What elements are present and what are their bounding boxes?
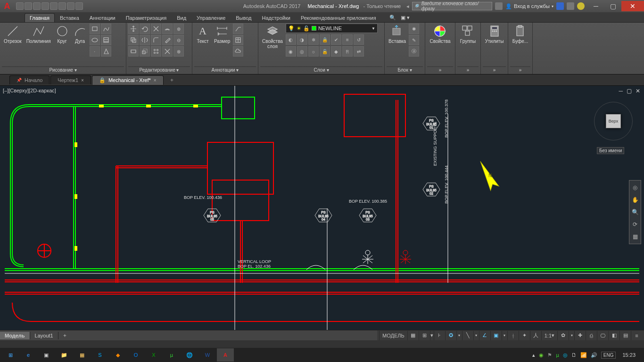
layer-make-icon[interactable]: ✔ (331, 34, 341, 45)
layer-iso-icon[interactable]: ◑ (297, 34, 307, 45)
panel-modify-title[interactable]: Редактирование ▾ (128, 66, 190, 74)
qat-plot-icon[interactable] (50, 2, 58, 10)
layout-model[interactable]: Модель (0, 332, 30, 339)
array-icon[interactable] (151, 46, 161, 57)
nav-showmotion-icon[interactable]: ▦ (630, 231, 640, 242)
rotate-icon[interactable] (140, 24, 150, 34)
block-attr-icon[interactable]: ⓐ (409, 46, 419, 57)
status-space[interactable]: МОДЕЛЬ (379, 331, 407, 340)
task-outlook-icon[interactable]: O (127, 348, 144, 362)
rectangle-icon[interactable] (90, 24, 100, 34)
tray-app4-icon[interactable]: ◎ (563, 352, 568, 358)
stay-connected-icon[interactable] (567, 2, 574, 10)
status-polar-drop[interactable]: ▾ (456, 331, 462, 340)
viewcube[interactable]: Верх Без имени (592, 100, 635, 161)
qat-undo-icon[interactable] (58, 2, 66, 10)
explode-icon[interactable] (162, 46, 173, 57)
doctab-1[interactable]: Чертеж1× (50, 75, 91, 84)
layer-on-icon[interactable]: ◉ (286, 46, 296, 57)
tab-insert[interactable]: Вставка (55, 13, 84, 22)
block-create-icon[interactable]: ✱ (409, 24, 419, 34)
copy-icon[interactable] (128, 35, 139, 45)
point-icon[interactable]: · (90, 46, 100, 57)
tray-app3-icon[interactable]: µ (556, 352, 559, 358)
layer-prev-icon[interactable]: ↺ (354, 34, 364, 45)
tab-search-icon[interactable]: 🔍 (384, 13, 395, 22)
ellipse-icon[interactable] (90, 35, 100, 45)
status-osnap-icon[interactable]: ∠ (479, 331, 490, 340)
nav-orbit-icon[interactable]: ⟳ (630, 219, 640, 230)
arc-button[interactable]: Дуга (72, 24, 89, 45)
view-name[interactable]: Без имени (597, 147, 624, 154)
groups-button[interactable]: Группы (458, 24, 478, 45)
layer-properties-button[interactable]: Свойства слоя (260, 24, 285, 50)
status-clean-icon[interactable]: ▤ (619, 331, 631, 340)
minimize-button[interactable]: ─ (587, 1, 604, 11)
properties-button[interactable]: Свойства (428, 24, 453, 45)
layer-match-icon[interactable]: ≡ (342, 34, 353, 45)
task-ie-icon[interactable]: e (20, 348, 37, 362)
layer-uniso-icon[interactable]: ◎ (297, 46, 307, 57)
qat-saveas-icon[interactable] (41, 2, 49, 10)
task-word-icon[interactable]: W (199, 348, 216, 362)
tab-featured[interactable]: Рекомендованные приложения (296, 13, 381, 22)
status-plus-icon[interactable]: ✚ (574, 331, 586, 340)
tray-wifi-icon[interactable]: 📶 (580, 352, 587, 358)
hatch-icon[interactable] (101, 35, 111, 45)
layer-off-icon[interactable]: ◐ (286, 34, 296, 45)
modify-a-icon[interactable]: ⊕ (173, 24, 184, 34)
status-monitor-icon[interactable]: 🖵 (597, 331, 608, 340)
close-icon[interactable]: × (154, 78, 157, 83)
status-grid-icon[interactable]: ▦ (407, 331, 419, 340)
tray-language[interactable]: ENG (601, 352, 616, 359)
spline-icon[interactable] (101, 24, 111, 34)
panel-layers-title[interactable]: Слои ▾ (260, 66, 382, 74)
panel-clipboard-title[interactable]: » (510, 66, 530, 74)
doctab-2[interactable]: 🔒Mechanical - Xref*× (92, 75, 164, 85)
panel-draw-title[interactable]: Рисование ▾ (2, 66, 124, 74)
status-otrack-icon[interactable]: ▣ (490, 331, 502, 340)
maximize-button[interactable]: ▢ (604, 1, 621, 11)
status-annoscale-icon[interactable]: 人 (530, 331, 541, 340)
nav-pan-icon[interactable]: ✋ (630, 195, 640, 205)
cloud-icon[interactable] (233, 46, 243, 57)
tray-app1-icon[interactable]: ◉ (539, 352, 544, 358)
trim-icon[interactable] (151, 24, 161, 34)
status-polar-icon[interactable]: ✪ (445, 331, 456, 340)
task-skype-icon[interactable]: S (91, 348, 108, 362)
task-explorer-icon[interactable]: 📁 (56, 348, 73, 362)
tab-annotate[interactable]: Аннотации (84, 13, 121, 22)
table-icon[interactable] (233, 35, 243, 45)
close-button[interactable]: ✕ (621, 1, 644, 11)
qat-open-icon[interactable] (25, 2, 32, 10)
app-logo[interactable]: A (0, 0, 14, 12)
layer-freeze-icon[interactable]: ❄ (308, 34, 319, 45)
tab-addins[interactable]: Надстройки (257, 13, 296, 22)
nav-wheel-icon[interactable]: ◎ (630, 182, 640, 193)
close-icon[interactable]: × (81, 78, 84, 83)
task-tc-icon[interactable]: ▦ (74, 348, 91, 362)
status-ortho-icon[interactable]: ⊦ (434, 331, 445, 340)
qat-save-icon[interactable] (33, 2, 41, 10)
erase-icon[interactable] (162, 35, 173, 45)
layer-walk-icon[interactable]: ⇄ (354, 46, 364, 57)
status-gear-icon[interactable]: ✿ (557, 331, 569, 340)
panel-block-title[interactable]: Блок ▾ (387, 66, 423, 74)
exchange-apps-icon[interactable] (556, 2, 564, 10)
layer-thaw-icon[interactable]: ☼ (308, 46, 319, 57)
tab-view[interactable]: Вид (172, 13, 191, 22)
status-tpy-icon[interactable]: ✦ (519, 331, 530, 340)
drawing-viewport[interactable]: [–][Сверху][2D-каркас] ─ ▢ ✕ (0, 86, 644, 330)
tray-volume-icon[interactable]: 🔊 (591, 352, 597, 358)
signin-button[interactable]: 👤Вход в службы▾ (505, 3, 553, 9)
move-icon[interactable] (128, 24, 139, 34)
layer-dropdown[interactable]: 💡 ☀ 🔓 NEWLINE ▼ (286, 24, 378, 33)
tab-home[interactable]: Главная (25, 13, 55, 22)
dimension-button[interactable]: Размер (212, 24, 232, 45)
insert-block-button[interactable]: Вставка (387, 24, 408, 45)
status-lwt-icon[interactable]: ⟊ (507, 331, 519, 340)
tray-up-icon[interactable]: ▴ (532, 352, 535, 358)
status-scale[interactable]: 1:1 ▾ (541, 331, 557, 340)
status-qp-icon[interactable]: ⎙ (586, 331, 597, 340)
panel-annot-title[interactable]: Аннотации ▾ (194, 66, 256, 74)
